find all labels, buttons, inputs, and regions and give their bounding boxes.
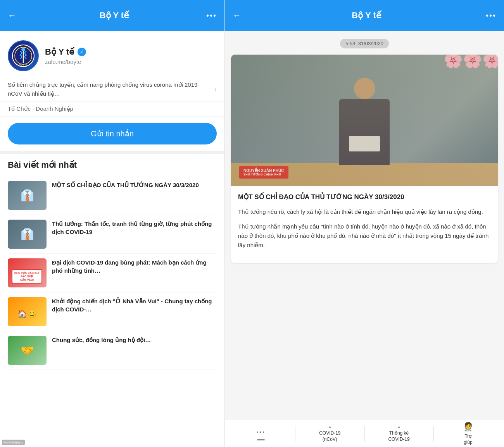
right-back-button[interactable]: ← (233, 10, 241, 21)
thumb-emoji-4: 🏠😊 (8, 297, 47, 326)
profile-link[interactable]: zalo.me/boyte (45, 58, 217, 65)
article-content-5: Chung sức, đồng lòng ủng hộ đội… (52, 336, 217, 365)
toolbar-menu-button[interactable]: ⋯ (228, 425, 293, 443)
chat-card-body: MỘT SỐ CHỈ ĐẠO CỦA THỦ TƯỚNG NGÀY 30/3/2… (231, 186, 498, 263)
chat-area: 5:53, 31/03/2020 🌸🌸🌸 (225, 31, 504, 420)
article-title-5: Chung sức, đồng lòng ủng hộ đội… (52, 336, 217, 344)
image-overlay (231, 55, 498, 186)
chat-card-title: MỘT SỐ CHỈ ĐẠO CỦA THỦ TƯỚNG NGÀY 30/3/2… (238, 193, 491, 202)
right-header-title: Bộ Y tế (247, 10, 486, 21)
toolbar-divider-2 (364, 426, 365, 442)
svg-point-3 (21, 48, 25, 51)
section-divider (0, 151, 224, 154)
article-title-4: Khởi động chiến dịch "Ở Nhà Vẫn Vui" - C… (52, 297, 217, 313)
list-item[interactable]: 🤝 Chung sức, đồng lòng ủng hộ đội… (8, 331, 217, 370)
menu-dots-icon: ⋯ (256, 427, 265, 437)
toolbar-help-button[interactable]: 🧑‍⚕️ Trợgiúp (435, 419, 501, 447)
chat-card-image: 🌸🌸🌸 NGUYỄN XUÂN PHÚC THỦ TƯỚNG CHÍNH PHỦ (231, 55, 498, 186)
left-panel: ← Bộ Y tế ••• BỘ Y TẾ Bộ (0, 0, 225, 447)
chat-card[interactable]: 🌸🌸🌸 NGUYỄN XUÂN PHÚC THỦ TƯỚNG CHÍNH PHỦ (231, 55, 498, 263)
toolbar-covid-label: COVID-19(nCoV) (319, 430, 340, 442)
help-emoji-icon: 🧑‍⚕️ (463, 422, 473, 432)
article-thumb-2: 👔 (8, 220, 47, 249)
thumb-person-icon-2: 👔 (8, 220, 47, 249)
article-content-4: Khởi động chiến dịch "Ở Nhà Vẫn Vui" - C… (52, 297, 217, 326)
covid-caret-icon: ▲ (328, 425, 332, 429)
article-title-3: Đại dịch COVID-19 đang bùng phát: Mách b… (52, 258, 217, 275)
list-item[interactable]: 👔 MỘT SỐ CHỈ ĐẠO CỦA THỦ TƯỚNG NGÀY 30/3… (8, 176, 217, 215)
description-text: Sổ tiêm chủng trực tuyến, cẩm nang phòng… (8, 81, 211, 98)
profile-info: Bộ Y tế ✓ zalo.me/boyte (45, 47, 217, 65)
description-arrow: › (214, 85, 217, 93)
article-thumb-5: 🤝 (8, 336, 47, 365)
left-header-title: Bộ Y tế (22, 10, 206, 21)
thumb-emoji-5: 🤝 (8, 336, 47, 365)
right-header: ← Bộ Y tế ••• (225, 0, 504, 31)
left-header: ← Bộ Y tế ••• (0, 0, 224, 31)
article-content-1: MỘT SỐ CHỈ ĐẠO CỦA THỦ TƯỚNG NGÀY 30/3/2… (52, 181, 217, 210)
article-thumb-1: 👔 (8, 181, 47, 210)
menu-lines-icon (257, 439, 265, 440)
list-item[interactable]: 👔 Thủ tướng: Thần tốc, tranh thủ từng gi… (8, 215, 217, 254)
profile-section: BỘ Y TẾ Bộ Y tế ✓ zalo.me/boyte (0, 31, 224, 77)
description-row[interactable]: Sổ tiêm chủng trực tuyến, cẩm nang phòng… (0, 77, 224, 101)
ministry-logo: BỘ Y TẾ (12, 44, 35, 67)
article-content-3: Đại dịch COVID-19 đang bùng phát: Mách b… (52, 258, 217, 287)
toolbar-help-label: Trợgiúp (464, 433, 473, 445)
right-panel: ← Bộ Y tế ••• 5:53, 31/03/2020 🌸🌸🌸 (225, 0, 504, 447)
quarantine-sign: KHU VỰC CÁCH LYĐẶC BIỆTCẤM VÀO! (12, 269, 42, 284)
toolbar-divider-3 (433, 426, 434, 442)
bottom-toolbar: ⋯ ▲ COVID-19(nCoV) ▲ Thống kêCOVID-19 🧑‍… (225, 420, 504, 447)
toolbar-covid-button[interactable]: ▲ COVID-19(nCoV) (297, 422, 362, 445)
left-back-button[interactable]: ← (8, 10, 16, 21)
chat-card-paragraph-1: Thủ tướng nêu rõ, cách ly xã hội là cần … (238, 207, 491, 217)
article-thumb-3: KHU VỰC CÁCH LYĐẶC BIỆTCẤM VÀO! (8, 258, 47, 287)
article-title-2: Thủ tướng: Thần tốc, tranh thủ từng giờ,… (52, 220, 217, 236)
articles-section-title: Bài viết mới nhất (8, 160, 217, 170)
profile-name-row: Bộ Y tế ✓ (45, 47, 217, 57)
message-timestamp: 5:53, 31/03/2020 (231, 39, 498, 48)
list-item[interactable]: KHU VỰC CÁCH LYĐẶC BIỆTCẤM VÀO! Đại dịch… (8, 254, 217, 292)
toolbar-stats-label: Thống kêCOVID-19 (388, 430, 409, 442)
articles-section: Bài viết mới nhất 👔 MỘT SỐ CHỈ ĐẠO CỦA T… (0, 154, 224, 447)
send-message-button[interactable]: Gửi tin nhắn (8, 123, 217, 144)
chat-card-paragraph-2: Thủ tướng nhắn mạnh yêu cầu "tỉnh nào ở … (238, 222, 491, 250)
article-thumb-4: #onhavanvui 🏠😊 (8, 297, 47, 326)
left-more-button[interactable]: ••• (206, 11, 217, 20)
timestamp-text: 5:53, 31/03/2020 (340, 39, 389, 48)
svg-text:BỘ Y TẾ: BỘ Y TẾ (19, 63, 28, 66)
toolbar-stats-button[interactable]: ▲ Thống kêCOVID-19 (366, 422, 432, 445)
profile-name: Bộ Y tế (45, 47, 74, 57)
avatar: BỘ Y TẾ (8, 40, 39, 71)
avatar-inner: BỘ Y TẾ (9, 41, 38, 70)
right-more-button[interactable]: ••• (486, 11, 496, 20)
verified-badge: ✓ (78, 48, 86, 56)
toolbar-divider-1 (295, 426, 295, 442)
stats-caret-icon: ▲ (397, 425, 401, 429)
article-content-2: Thủ tướng: Thần tốc, tranh thủ từng giờ,… (52, 220, 217, 249)
category-text: Tổ Chức - Doanh Nghiệp (8, 105, 73, 112)
thumb-person-icon: 👔 (8, 181, 47, 210)
send-button-row: Gửi tin nhắn (0, 117, 224, 151)
list-item[interactable]: #onhavanvui 🏠😊 Khởi động chiến dịch "Ở N… (8, 292, 217, 331)
category-row: Tổ Chức - Doanh Nghiệp (0, 101, 224, 117)
article-title-1: MỘT SỐ CHỈ ĐẠO CỦA THỦ TƯỚNG NGÀY 30/3/2… (52, 181, 217, 189)
